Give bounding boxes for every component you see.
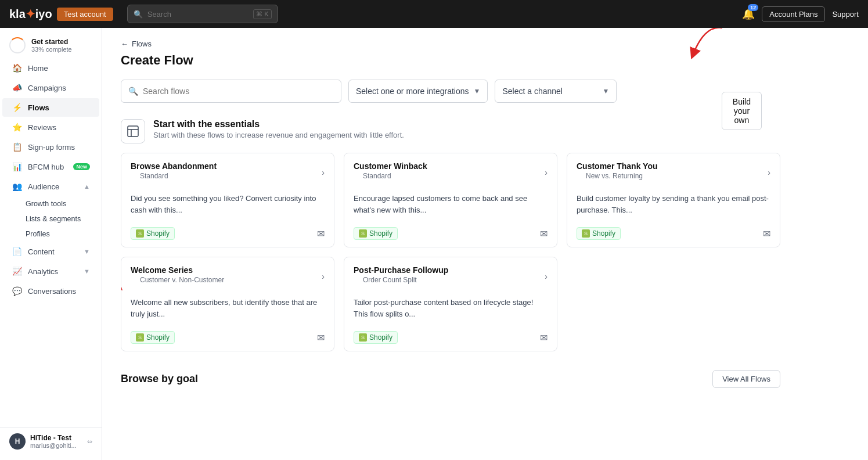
content-inner: Build your own ← Flows	[102, 28, 799, 416]
user-chevron-icon: ⇔	[87, 438, 92, 445]
red-arrow-top	[687, 28, 728, 63]
card-header: Welcome Series Customer v. Non-Customer …	[121, 257, 334, 292]
view-all-flows-button[interactable]: View All Flows	[712, 370, 780, 388]
channel-chevron-icon: ▼	[603, 87, 610, 95]
main-content: Build your own ← Flows	[102, 28, 868, 460]
sidebar-item-reviews[interactable]: ⭐ Reviews	[2, 118, 99, 136]
card-title: Browse Abandonment	[131, 161, 217, 171]
build-your-own-button[interactable]: Build your own	[722, 92, 762, 130]
card-chevron-icon: ›	[322, 168, 325, 177]
card-body: Build customer loyalty by sending a than…	[567, 188, 780, 222]
filters-row: 🔍 Select one or more integrations ▼ Sele…	[121, 80, 780, 103]
breadcrumb[interactable]: ← Flows	[121, 39, 780, 48]
essentials-text: Start with the essentials Start with the…	[153, 119, 404, 139]
sidebar-item-audience[interactable]: 👥 Audience ▲	[2, 177, 99, 196]
account-name-badge: Test account	[57, 8, 113, 21]
card-type: New vs. Returning	[577, 171, 658, 184]
sidebar-label-flows: Flows	[28, 103, 49, 112]
card-title: Welcome Series	[131, 265, 224, 275]
shopify-icon: S	[582, 229, 590, 238]
top-navigation: kla✦iyo Test account 🔍 ⌘ K 🔔 12 Account …	[0, 0, 868, 28]
sidebar-label-bfcm: BFCM hub	[28, 163, 64, 171]
notifications-button[interactable]: 🔔 12	[742, 8, 755, 20]
page-title: Create Flow	[121, 53, 780, 68]
top-search-box[interactable]: 🔍 ⌘ K	[127, 5, 278, 23]
svg-rect-1	[128, 126, 138, 136]
audience-chevron-icon: ▲	[84, 183, 90, 190]
card-type: Customer v. Non-Customer	[131, 275, 224, 288]
flow-card-post-purchase[interactable]: Post-Purchase Followup Order Count Split…	[344, 257, 557, 351]
card-title-area: Customer Winback Standard	[354, 161, 427, 184]
bfcm-icon: 📊	[12, 162, 22, 171]
card-title-area: Welcome Series Customer v. Non-Customer	[131, 265, 224, 288]
flow-search-input[interactable]	[143, 87, 334, 96]
conversations-icon: 💬	[12, 286, 22, 296]
email-channel-icon: ✉	[317, 228, 325, 239]
sidebar-sub-lists-segments[interactable]: Lists & segments	[0, 211, 102, 227]
sidebar-item-signup-forms[interactable]: 📋 Sign-up forms	[2, 138, 99, 156]
flows-icon: ⚡	[12, 103, 22, 112]
sidebar-item-home[interactable]: 🏠 Home	[2, 59, 99, 77]
sidebar-label-home: Home	[28, 64, 48, 73]
sidebar-label-conversations: Conversations	[28, 287, 76, 296]
audience-icon: 👥	[12, 182, 22, 191]
sidebar-item-analytics[interactable]: 📈 Analytics ▼	[2, 262, 99, 281]
sidebar-item-bfcm-hub[interactable]: 📊 BFCM hub New	[2, 157, 99, 176]
shopify-badge: S Shopify	[354, 331, 398, 344]
support-button[interactable]: Support	[832, 10, 859, 19]
content-icon: 📄	[12, 247, 22, 256]
sidebar-item-campaigns[interactable]: 📣 Campaigns	[2, 78, 99, 97]
account-plans-button[interactable]: Account Plans	[762, 6, 825, 22]
integrations-dropdown[interactable]: Select one or more integrations ▼	[348, 80, 488, 103]
user-menu[interactable]: H HiTide - Test marius@gohiti... ⇔	[0, 427, 102, 455]
analytics-chevron-icon: ▼	[84, 268, 90, 275]
card-body: Did you see something you liked? Convert…	[121, 188, 334, 222]
essentials-subtitle: Start with these flows to increase reven…	[153, 131, 404, 139]
essentials-header: Start with the essentials Start with the…	[121, 119, 780, 143]
sidebar-sub-growth-tools[interactable]: Growth tools	[0, 196, 102, 211]
breadcrumb-link[interactable]: Flows	[132, 39, 152, 48]
content-chevron-icon: ▼	[84, 248, 90, 255]
sidebar-item-content[interactable]: 📄 Content ▼	[2, 242, 99, 261]
topnav-right: 🔔 12 Account Plans Support	[742, 6, 859, 22]
channel-dropdown[interactable]: Select a channel ▼	[495, 80, 617, 103]
shopify-badge: S Shopify	[131, 331, 175, 344]
logo-text: kla✦iyo	[9, 7, 52, 21]
shopify-icon: S	[136, 229, 144, 238]
search-shortcut: ⌘ K	[253, 9, 271, 19]
shopify-badge: S Shopify	[354, 227, 398, 240]
flows-grid: Browse Abandonment Standard › Did you se…	[121, 153, 780, 351]
progress-circle	[9, 37, 26, 53]
card-type: Order Count Split	[354, 275, 448, 288]
user-avatar: H	[9, 433, 26, 450]
shopify-label: Shopify	[369, 229, 392, 238]
sidebar-item-conversations[interactable]: 💬 Conversations	[2, 282, 99, 300]
card-title: Customer Winback	[354, 161, 427, 171]
card-footer: S Shopify ✉	[121, 326, 334, 351]
reviews-icon: ⭐	[12, 123, 22, 132]
flow-card-customer-winback[interactable]: Customer Winback Standard › Encourage la…	[344, 153, 557, 247]
flow-card-welcome-series[interactable]: Welcome Series Customer v. Non-Customer …	[121, 257, 334, 351]
sidebar-label-analytics: Analytics	[28, 267, 58, 276]
content-header-area: Build your own ← Flows	[121, 39, 780, 68]
card-header: Customer Thank You New vs. Returning ›	[567, 153, 780, 188]
signup-forms-icon: 📋	[12, 142, 22, 152]
sidebar-get-started[interactable]: Get started 33% complete	[0, 33, 102, 58]
card-footer: S Shopify ✉	[567, 222, 780, 247]
sidebar-item-flows[interactable]: ⚡ Flows	[2, 98, 99, 117]
shopify-label: Shopify	[592, 229, 615, 238]
search-input[interactable]	[147, 10, 249, 19]
flow-card-customer-thank-you[interactable]: Customer Thank You New vs. Returning › B…	[567, 153, 780, 247]
shopify-icon: S	[359, 229, 367, 238]
klaviyo-logo: kla✦iyo	[9, 7, 52, 21]
campaigns-icon: 📣	[12, 83, 22, 92]
card-chevron-icon: ›	[545, 272, 548, 281]
sidebar-label-reviews: Reviews	[28, 123, 56, 132]
card-header: Customer Winback Standard ›	[344, 153, 557, 188]
flow-search-box[interactable]: 🔍	[121, 80, 341, 103]
shopify-badge: S Shopify	[131, 227, 175, 240]
card-title: Post-Purchase Followup	[354, 265, 448, 275]
sidebar-sub-profiles[interactable]: Profiles	[0, 227, 102, 242]
flow-card-browse-abandonment[interactable]: Browse Abandonment Standard › Did you se…	[121, 153, 334, 247]
browse-goal-title: Browse by goal	[121, 373, 198, 385]
